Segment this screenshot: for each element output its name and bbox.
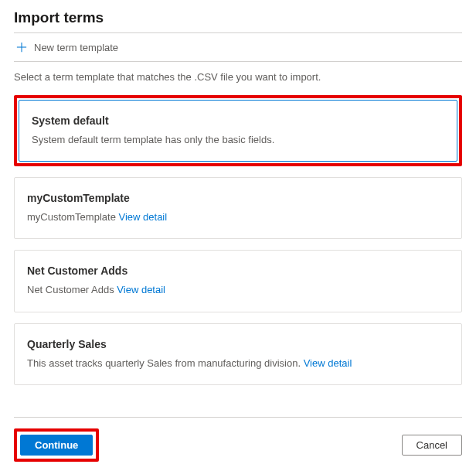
template-title: Quarterly Sales (27, 338, 449, 350)
cancel-button[interactable]: Cancel (402, 435, 462, 456)
view-detail-link[interactable]: View detail (119, 211, 168, 223)
template-description-text: System default term template has only th… (32, 134, 274, 145)
continue-button[interactable]: Continue (20, 435, 93, 456)
new-term-template-label: New term template (34, 42, 118, 53)
view-detail-link[interactable]: View detail (304, 357, 352, 369)
toolbar-divider (14, 61, 462, 62)
template-description: Net Customer Adds View detail (27, 283, 449, 297)
footer-row: Continue Cancel (14, 428, 462, 462)
view-detail-link[interactable]: View detail (117, 284, 165, 295)
page-title: Import terms (14, 9, 462, 26)
template-card[interactable]: System defaultSystem default term templa… (19, 100, 457, 162)
instruction-text: Select a term template that matches the … (14, 71, 462, 83)
template-list: System defaultSystem default term templa… (14, 95, 462, 385)
template-card[interactable]: Quarterly SalesThis asset tracks quarter… (14, 323, 462, 385)
highlight-box: Continue (14, 428, 99, 462)
template-description: myCustomTemplate View detail (27, 210, 449, 224)
template-description-text: Net Customer Adds (27, 284, 114, 295)
template-title: Net Customer Adds (27, 265, 449, 277)
template-title: System default (32, 114, 444, 127)
template-description: This asset tracks quarterly Sales from m… (27, 357, 449, 370)
template-card[interactable]: myCustomTemplatemyCustomTemplate View de… (14, 177, 462, 239)
template-title: myCustomTemplate (27, 192, 449, 204)
template-description-text: This asset tracks quarterly Sales from m… (27, 357, 301, 369)
footer: Continue Cancel (14, 417, 462, 462)
template-description: System default term template has only th… (32, 133, 444, 147)
plus-icon (15, 41, 28, 53)
template-card[interactable]: Net Customer AddsNet Customer Adds View … (14, 250, 462, 312)
new-term-template-button[interactable]: New term template (14, 33, 462, 61)
footer-divider (14, 417, 462, 418)
highlight-box: System defaultSystem default term templa… (14, 95, 462, 166)
template-description-text: myCustomTemplate (27, 211, 116, 223)
